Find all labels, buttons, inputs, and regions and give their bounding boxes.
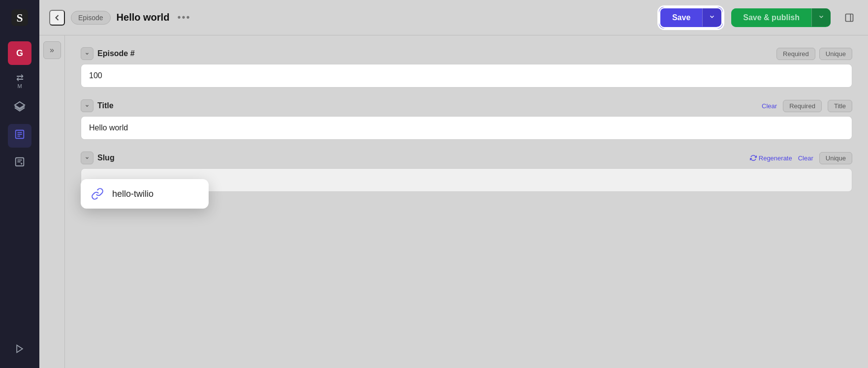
field-collapse-slug[interactable] bbox=[81, 152, 93, 164]
title-input[interactable] bbox=[81, 116, 852, 140]
chevron-down-icon-publish bbox=[818, 13, 825, 22]
svg-text:S: S bbox=[16, 11, 23, 24]
sidebar-item-shuffle[interactable]: ⇄ M bbox=[8, 69, 31, 92]
sidebar-item-layers[interactable] bbox=[8, 96, 31, 120]
left-sidebar: S G ⇄ M bbox=[0, 0, 39, 368]
slug-label: Slug bbox=[97, 153, 746, 162]
title-label: Title bbox=[97, 101, 758, 110]
svg-rect-11 bbox=[846, 14, 853, 21]
unique-badge-slug[interactable]: Unique bbox=[819, 152, 852, 164]
svg-marker-10 bbox=[17, 345, 23, 353]
save-button-group: Save bbox=[660, 8, 721, 27]
save-publish-button-group: Save & publish bbox=[731, 8, 831, 27]
sidebar-item-play[interactable] bbox=[8, 338, 31, 362]
shuffle-icon: ⇄ bbox=[16, 72, 24, 83]
app-logo[interactable]: S bbox=[8, 6, 31, 30]
more-options-button[interactable]: ••• bbox=[177, 12, 190, 23]
content-area: » Episode # Required Unique bbox=[39, 35, 868, 368]
header: Episode Hello world ••• Save bbox=[39, 0, 868, 35]
main-area: Episode Hello world ••• Save bbox=[39, 0, 868, 368]
link-icon bbox=[89, 185, 106, 203]
workspace-avatar[interactable]: G bbox=[8, 41, 31, 65]
chevron-down-icon bbox=[709, 13, 715, 22]
title-badge-title[interactable]: Title bbox=[828, 100, 852, 112]
slug-suggestion: hello-twilio bbox=[112, 189, 154, 199]
slug-autocomplete-popup[interactable]: hello-twilio bbox=[81, 179, 209, 209]
sidebar-m-label: M bbox=[17, 83, 22, 89]
clear-title-button[interactable]: Clear bbox=[762, 102, 777, 110]
notes-icon bbox=[14, 156, 25, 170]
panel-toggle-button[interactable] bbox=[840, 9, 858, 27]
back-button[interactable] bbox=[49, 10, 65, 26]
page-title: Hello world bbox=[117, 12, 170, 23]
sidebar-item-edit[interactable] bbox=[8, 124, 31, 148]
field-collapse-episode[interactable] bbox=[81, 47, 93, 60]
unique-badge-episode[interactable]: Unique bbox=[819, 48, 852, 60]
required-badge-title[interactable]: Required bbox=[783, 100, 822, 112]
clear-slug-button[interactable]: Clear bbox=[798, 154, 813, 162]
episode-number-input[interactable] bbox=[81, 64, 852, 88]
secondary-sidebar-expand[interactable]: » bbox=[43, 41, 61, 59]
field-slug: Slug Regenerate Clear Unique bbox=[81, 152, 852, 192]
breadcrumb-episode[interactable]: Episode bbox=[71, 11, 111, 25]
save-publish-dropdown-button[interactable] bbox=[811, 8, 831, 27]
required-badge-episode[interactable]: Required bbox=[776, 48, 815, 60]
play-icon bbox=[15, 344, 25, 357]
edit-icon bbox=[14, 129, 25, 143]
field-episode-number: Episode # Required Unique bbox=[81, 47, 852, 88]
field-collapse-title[interactable] bbox=[81, 99, 93, 112]
regenerate-slug-button[interactable]: Regenerate bbox=[750, 154, 792, 162]
fields-area: Episode # Required Unique Title bbox=[65, 35, 868, 368]
save-button[interactable]: Save bbox=[660, 8, 702, 27]
sidebar-item-notes[interactable] bbox=[8, 152, 31, 175]
secondary-sidebar: » bbox=[39, 35, 65, 368]
field-title: Title Clear Required Title bbox=[81, 99, 852, 140]
layers-icon bbox=[14, 101, 26, 116]
save-dropdown-button[interactable] bbox=[702, 8, 721, 27]
episode-number-label: Episode # bbox=[97, 49, 773, 58]
save-publish-button[interactable]: Save & publish bbox=[731, 8, 811, 27]
